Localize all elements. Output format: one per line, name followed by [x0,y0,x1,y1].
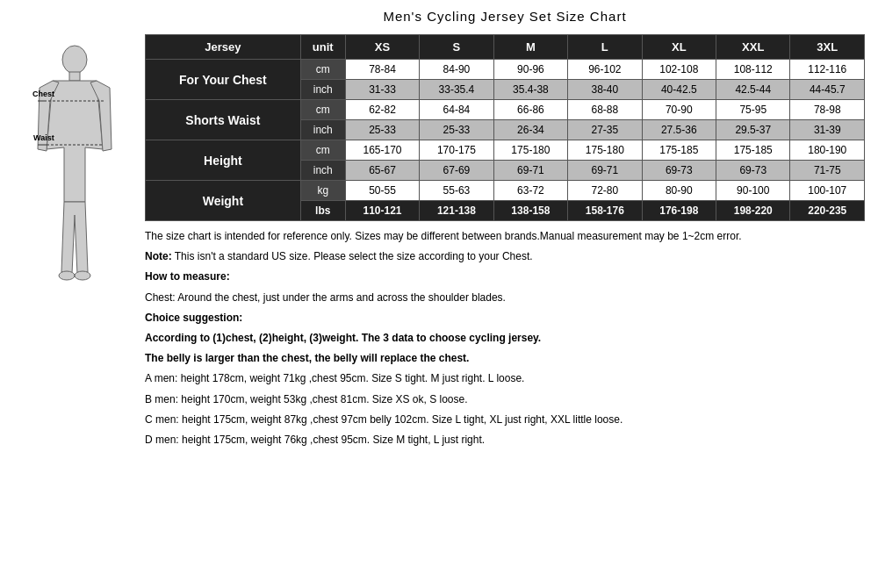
choice-line2: The belly is larger than the chest, the … [145,350,865,367]
disclaimer-text: The size chart is intended for reference… [145,228,865,245]
col-xs: XS [345,35,419,60]
svg-point-3 [75,271,90,280]
unit-cm: cm [300,60,345,80]
table-row: Weight kg 50-55 55-63 63-72 72-80 80-90 … [146,181,865,201]
col-xxl: XXL [716,35,790,60]
right-content: Men's Cycling Jersey Set Size Chart Jers… [145,9,865,579]
choice-label-line: Choice suggestion: [145,310,865,326]
body-figure-side: Chest Waist [13,9,136,579]
how-to-label: How to measure: [145,270,230,283]
svg-text:Chest: Chest [32,90,54,98]
svg-point-0 [62,46,87,74]
table-row: Height cm 165-170 170-175 175-180 175-18… [146,140,865,161]
example-b: B men: height 170cm, weight 53kg ,chest … [145,391,865,408]
unit-inch3: inch [300,161,345,181]
col-unit: unit [300,35,345,60]
col-jersey: Jersey [146,35,301,60]
example-a: A men: height 178cm, weight 71kg ,chest … [145,370,865,387]
svg-text:Waist: Waist [33,133,54,142]
table-row: For Your Chest cm 78-84 84-90 90-96 96-1… [146,60,865,80]
page-title: Men's Cycling Jersey Set Size Chart [145,9,865,24]
category-chest: For Your Chest [146,60,301,100]
example-c: C men: height 175cm, weight 87kg ,chest … [145,412,865,428]
table-header-row: Jersey unit XS S M L XL XXL 3XL [146,35,865,60]
unit-cm2: cm [300,100,345,120]
note-label: Note: [145,250,172,262]
human-silhouette: Chest Waist [22,44,127,290]
choice-label: Choice suggestion: [145,312,242,324]
col-l: L [568,35,642,60]
table-row: Shorts Waist cm 62-82 64-84 66-86 68-88 … [146,100,865,120]
choice-line1: According to (1)chest, (2)height, (3)wei… [145,330,865,347]
note-content: This isn't a standard US size. Please se… [172,250,533,262]
col-3xl: 3XL [790,35,865,60]
unit-lbs: lbs [300,201,345,221]
body-figure: Chest Waist [22,44,127,290]
svg-rect-1 [69,72,80,81]
col-s: S [420,35,493,60]
size-table: Jersey unit XS S M L XL XXL 3XL For Your… [145,34,865,221]
unit-inch: inch [300,80,345,100]
category-waist: Shorts Waist [146,100,301,140]
col-xl: XL [642,35,716,60]
how-to-text: Chest: Around the chest, just under the … [145,290,865,306]
note-line: Note: This isn't a standard US size. Ple… [145,248,865,265]
unit-inch2: inch [300,120,345,140]
example-d: D men: height 175cm, weight 76kg ,chest … [145,432,865,448]
unit-kg: kg [300,181,345,201]
how-to-label-line: How to measure: [145,269,865,285]
category-height: Height [146,140,301,181]
svg-point-2 [59,271,75,280]
unit-cm3: cm [300,140,345,161]
col-m: M [493,35,567,60]
notes-section: The size chart is intended for reference… [145,228,865,452]
category-weight: Weight [146,181,301,221]
